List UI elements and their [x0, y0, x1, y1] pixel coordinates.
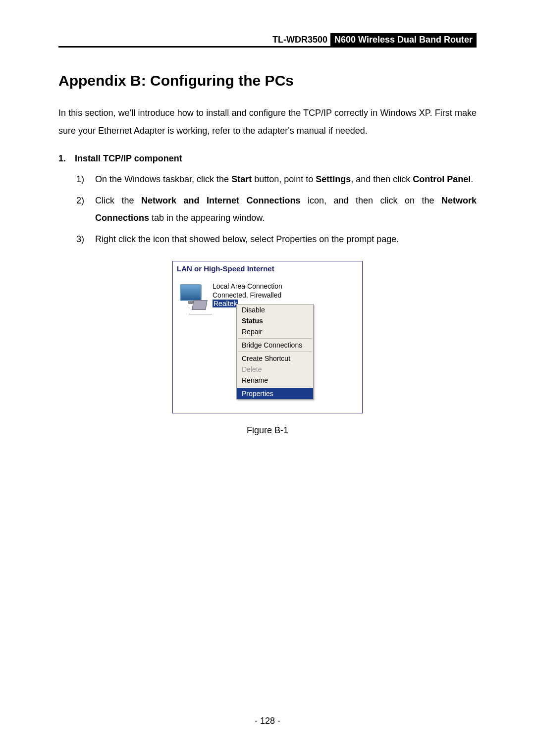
- connection-status: Connected, Firewalled: [213, 291, 282, 300]
- page-header: TL-WDR3500N600 Wireless Dual Band Router: [58, 35, 477, 48]
- menu-item-properties[interactable]: Properties: [237, 388, 313, 399]
- step-item: 1)On the Windows taskbar, click the Star…: [76, 171, 477, 188]
- section-number: 1.: [58, 153, 72, 164]
- menu-item-repair[interactable]: Repair: [237, 326, 313, 337]
- step-marker: 3): [76, 231, 95, 248]
- section-title: Install TCP/IP component: [75, 153, 182, 163]
- step-marker: 1): [76, 171, 95, 188]
- menu-item-bridge[interactable]: Bridge Connections: [237, 340, 313, 351]
- figure-header: LAN or High-Speed Internet: [173, 261, 362, 276]
- figure-caption: Figure B-1: [58, 425, 477, 436]
- menu-item-status[interactable]: Status: [237, 315, 313, 326]
- menu-separator: [238, 338, 312, 339]
- connection-name: Local Area Connection: [213, 282, 282, 291]
- intro-paragraph: In this section, we'll introduce how to …: [58, 104, 477, 140]
- step-body: On the Windows taskbar, click the Start …: [95, 171, 477, 188]
- step-marker: 2): [76, 192, 95, 227]
- menu-item-shortcut[interactable]: Create Shortcut: [237, 353, 313, 364]
- section-heading: 1. Install TCP/IP component: [58, 153, 477, 164]
- network-connection-icon: [178, 283, 208, 313]
- menu-item-disable[interactable]: Disable: [237, 304, 313, 315]
- menu-separator: [238, 387, 312, 387]
- page-title: Appendix B: Configuring the PCs: [58, 72, 477, 89]
- page-number: - 128 -: [0, 716, 535, 726]
- step-body: Click the Network and Internet Connectio…: [95, 192, 477, 227]
- step-list: 1)On the Windows taskbar, click the Star…: [76, 171, 477, 248]
- menu-item-rename[interactable]: Rename: [237, 375, 313, 386]
- step-item: 2)Click the Network and Internet Connect…: [76, 192, 477, 227]
- header-product: N600 Wireless Dual Band Router: [330, 33, 477, 46]
- header-model: TL-WDR3500: [269, 33, 330, 46]
- connection-adapter: Realtek: [213, 300, 238, 307]
- figure-screenshot: LAN or High-Speed Internet Local Area Co…: [172, 261, 363, 413]
- step-item: 3)Right click the icon that showed below…: [76, 231, 477, 248]
- context-menu: Disable Status Repair Bridge Connections…: [236, 304, 314, 400]
- menu-separator: [238, 352, 312, 352]
- menu-item-delete: Delete: [237, 364, 313, 375]
- step-body: Right click the icon that showed below, …: [95, 231, 477, 248]
